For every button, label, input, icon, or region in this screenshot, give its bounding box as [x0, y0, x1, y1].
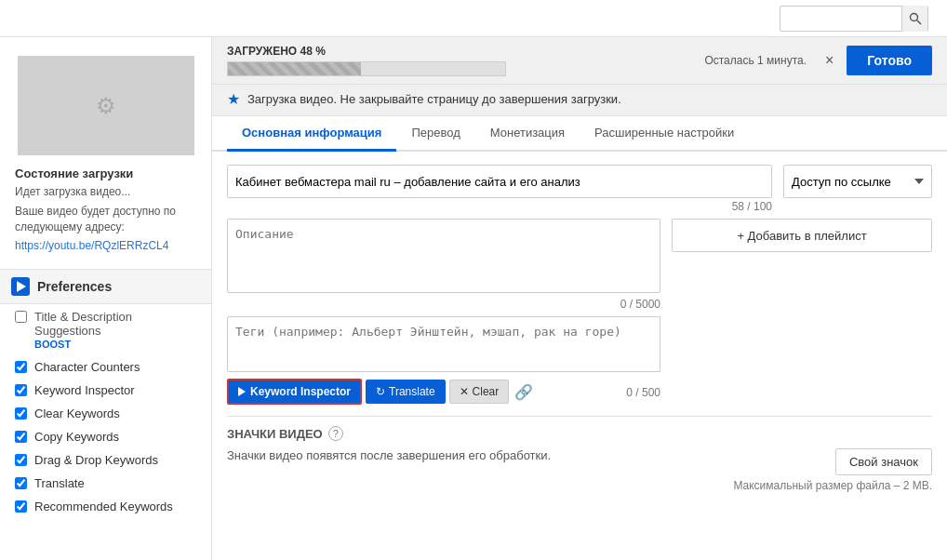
link-icon: 🔗	[514, 384, 533, 400]
preferences-title: Preferences	[37, 279, 112, 294]
add-to-playlist-button[interactable]: + Добавить в плейлист	[672, 219, 932, 252]
progress-bar-outer	[227, 61, 506, 76]
upload-status-title: Состояние загрузки	[15, 167, 196, 180]
keyword-inspector-label: Keyword Inspector	[250, 385, 351, 398]
upload-notice: ★ Загрузка видео. Не закрывайте страницу…	[212, 85, 947, 116]
pref-checkbox-drag-drop[interactable]	[15, 454, 27, 466]
thumbnails-content: Значки видео появятся после завершения е…	[227, 448, 932, 492]
upload-status-text1: Идет загрузка видео...	[15, 184, 196, 200]
upload-progress-section: ЗАГРУЖЕНО 48 %	[227, 45, 695, 76]
keyword-inspector-button[interactable]: Keyword Inspector	[227, 379, 362, 405]
upload-bar-container: ЗАГРУЖЕНО 48 % Осталась 1 минута. × Гото…	[212, 37, 947, 85]
description-textarea[interactable]	[227, 219, 660, 293]
video-placeholder-icon: ⚙	[96, 93, 116, 119]
pref-label-recommended[interactable]: Recommended Keywords	[34, 500, 173, 513]
tags-input-row	[227, 316, 660, 375]
thumbnails-description: Значки видео появятся после завершения е…	[227, 448, 718, 462]
form-left: 0 / 5000 Ke	[227, 219, 660, 405]
description-wrapper: 0 / 5000	[227, 219, 660, 311]
thumbnails-help-icon[interactable]: ?	[328, 426, 343, 441]
form-right: + Добавить в плейлист	[672, 219, 932, 405]
pref-item-recommended: Recommended Keywords	[0, 495, 211, 518]
clear-label: Clear	[473, 385, 500, 398]
pref-checkbox-char-counters[interactable]	[15, 361, 27, 373]
title-input-wrapper: 58 / 100	[227, 165, 772, 213]
pref-item-translate: Translate	[0, 472, 211, 495]
clear-button[interactable]: ✕ Clear	[449, 380, 510, 404]
ready-button[interactable]: Готово	[847, 46, 932, 75]
tags-action-row: Keyword Inspector ↻ Translate ✕ Clear	[227, 379, 535, 405]
pref-checkbox-title-desc[interactable]	[15, 311, 27, 323]
svg-line-1	[916, 20, 920, 23]
thumbnails-title: ЗНАЧКИ ВИДЕО	[227, 427, 323, 441]
thumbnail-max-size: Максимальный размер файла – 2 MB.	[733, 479, 932, 492]
tags-char-count: 0 / 500	[626, 386, 660, 399]
pref-item-copy-keywords: Copy Keywords	[0, 425, 211, 448]
preferences-logo-icon	[11, 277, 30, 296]
pref-item-drag-drop: Drag & Drop Keywords	[0, 448, 211, 472]
pref-checkbox-keyword-inspector[interactable]	[15, 384, 27, 396]
svg-point-0	[910, 13, 917, 20]
translate-arrow-icon: ↻	[376, 385, 385, 398]
pref-label-clear-keywords[interactable]: Clear Keywords	[34, 407, 120, 420]
pref-item-clear-keywords: Clear Keywords	[0, 402, 211, 425]
notice-text: Загрузка видео. Не закрывайте страницу д…	[247, 92, 621, 106]
desc-playlist-row: 0 / 5000 Ke	[227, 219, 932, 405]
pref-label-copy-keywords[interactable]: Copy Keywords	[34, 430, 119, 444]
upload-close-button[interactable]: ×	[821, 52, 837, 69]
custom-thumbnail-button[interactable]: Свой значок	[835, 448, 932, 475]
tags-input-wrapper	[227, 316, 660, 375]
desc-char-count: 0 / 5000	[227, 298, 660, 311]
tab-translation[interactable]: Перевод	[396, 116, 474, 152]
content-area: ЗАГРУЖЕНО 48 % Осталась 1 минута. × Гото…	[212, 37, 947, 560]
title-input[interactable]	[227, 165, 772, 198]
tags-textarea[interactable]	[227, 316, 660, 372]
tab-advanced[interactable]: Расширенные настройки	[580, 116, 749, 152]
upload-status: Состояние загрузки Идет загрузка видео..…	[0, 167, 211, 261]
video-thumbnail: ⚙	[18, 56, 194, 155]
upload-status-text2: Ваше видео будет доступно по следующему …	[15, 204, 196, 235]
progress-bar-inner	[228, 62, 361, 75]
title-char-count: 58 / 100	[227, 200, 772, 213]
upload-time-remaining: Осталась 1 минута.	[704, 54, 807, 67]
star-icon: ★	[227, 90, 240, 108]
pref-checkbox-recommended[interactable]	[15, 500, 27, 513]
thumbnails-header: ЗНАЧКИ ВИДЕО ?	[227, 426, 932, 441]
tags-section: Keyword Inspector ↻ Translate ✕ Clear	[227, 316, 660, 405]
pref-label-char-counters[interactable]: Character Counters	[34, 360, 140, 374]
upload-progress-label: ЗАГРУЖЕНО 48 %	[227, 45, 695, 58]
search-box	[780, 6, 928, 32]
preferences-section-header: Preferences	[0, 269, 211, 304]
translate-label: Translate	[389, 385, 435, 398]
upload-status-link[interactable]: https://youtu.be/RQzlERRzCL4	[15, 239, 168, 252]
pref-item-keyword-inspector: Keyword Inspector	[0, 379, 211, 402]
pref-label-title-desc[interactable]: Title & Description Suggestions	[34, 310, 132, 338]
thumbnails-right: Свой значок Максимальный размер файла – …	[733, 448, 932, 492]
sidebar: ⚙ Состояние загрузки Идет загрузка видео…	[0, 37, 212, 560]
search-button[interactable]	[901, 6, 927, 32]
pref-label-translate[interactable]: Translate	[34, 476, 85, 490]
form-area: 58 / 100 Доступ по ссылке Открытый досту…	[212, 152, 947, 505]
link-icon-button[interactable]: 🔗	[513, 383, 535, 401]
boost-badge: BOOST	[34, 339, 196, 350]
title-access-row: 58 / 100 Доступ по ссылке Открытый досту…	[227, 165, 932, 213]
pref-label-keyword-inspector[interactable]: Keyword Inspector	[34, 383, 135, 397]
pref-checkbox-clear-keywords[interactable]	[15, 407, 27, 420]
tabs-bar: Основная информация Перевод Монетизация …	[212, 116, 947, 152]
tab-basic[interactable]: Основная информация	[227, 116, 396, 152]
top-bar	[0, 0, 947, 37]
access-select[interactable]: Доступ по ссылке Открытый доступ Закрыты…	[783, 165, 932, 198]
tab-monetization[interactable]: Монетизация	[475, 116, 580, 152]
search-input[interactable]	[780, 11, 901, 25]
pref-checkbox-copy-keywords[interactable]	[15, 431, 27, 443]
access-dropdown: Доступ по ссылке Открытый доступ Закрыты…	[783, 165, 932, 213]
pref-label-drag-drop[interactable]: Drag & Drop Keywords	[34, 453, 158, 467]
pref-item-title-desc: Title & Description Suggestions BOOST	[0, 304, 211, 355]
keyword-inspector-play-icon	[238, 387, 246, 396]
pref-checkbox-translate[interactable]	[15, 477, 27, 489]
main-layout: ⚙ Состояние загрузки Идет загрузка видео…	[0, 37, 947, 560]
clear-x-icon: ✕	[460, 385, 469, 398]
play-icon	[17, 281, 26, 292]
translate-button[interactable]: ↻ Translate	[366, 380, 446, 404]
pref-item-char-counters: Character Counters	[0, 355, 211, 379]
